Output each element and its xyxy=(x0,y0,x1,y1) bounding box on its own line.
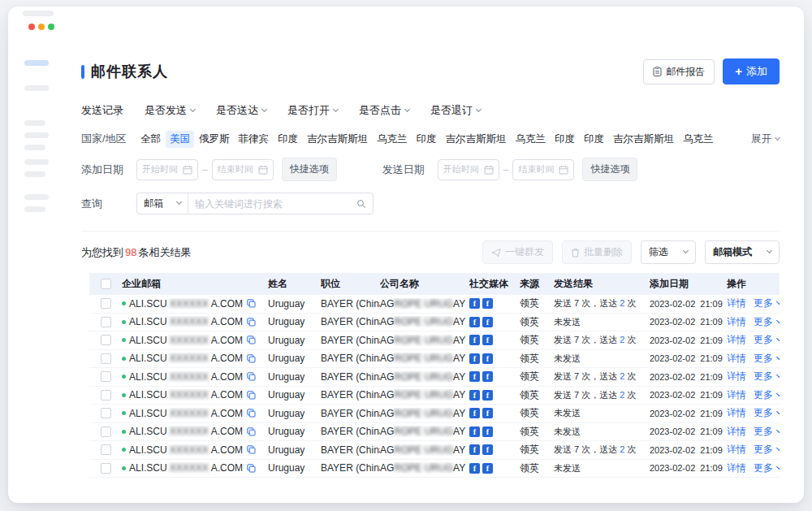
facebook-icon[interactable] xyxy=(482,371,493,382)
copy-icon[interactable] xyxy=(247,336,256,344)
detail-link[interactable]: 详情 xyxy=(727,333,746,347)
facebook-icon[interactable] xyxy=(482,427,493,437)
filter-dropdown[interactable]: 是否退订 xyxy=(430,103,481,118)
country-option[interactable]: 乌克兰 xyxy=(373,131,412,148)
traffic-light-zoom-icon[interactable] xyxy=(48,24,54,30)
filter-dropdown[interactable]: 是否发送 xyxy=(145,103,195,118)
country-option[interactable]: 美国 xyxy=(166,131,194,148)
select-all-checkbox[interactable] xyxy=(101,279,111,289)
filter-dropdown[interactable]: 是否点击 xyxy=(359,103,409,118)
search-field-select[interactable]: 邮箱 xyxy=(137,193,188,214)
more-link[interactable]: 更多 xyxy=(754,443,780,457)
send-date-quick-options-button[interactable]: 快捷选项 xyxy=(582,158,637,181)
facebook-icon[interactable] xyxy=(482,298,493,309)
filter-dropdown[interactable]: 是否送达 xyxy=(216,103,266,118)
add-date-start-input[interactable]: 开始时间 xyxy=(136,159,198,180)
expand-toggle[interactable]: 展开 xyxy=(751,132,780,146)
add-date-quick-options-button[interactable]: 快捷选项 xyxy=(282,158,337,181)
bulk-delete-button[interactable]: 批量删除 xyxy=(562,240,632,264)
country-option[interactable]: 印度 xyxy=(551,131,579,148)
copy-icon[interactable] xyxy=(247,318,256,327)
sidebar-skeleton-item[interactable] xyxy=(24,159,49,165)
row-checkbox[interactable] xyxy=(101,298,111,309)
more-link[interactable]: 更多 xyxy=(754,406,780,420)
row-checkbox[interactable] xyxy=(101,408,111,418)
detail-link[interactable]: 详情 xyxy=(727,461,746,475)
sidebar-skeleton-item[interactable] xyxy=(24,145,45,150)
traffic-light-close-icon[interactable] xyxy=(28,24,35,30)
copy-icon[interactable] xyxy=(247,354,256,363)
bulk-send-button[interactable]: 一键群发 xyxy=(482,240,553,264)
copy-icon[interactable] xyxy=(247,299,256,308)
sidebar-item-active[interactable] xyxy=(24,60,49,66)
copy-icon[interactable] xyxy=(247,409,256,418)
more-link[interactable]: 更多 xyxy=(754,352,780,366)
add-date-end-input[interactable]: 结束时间 xyxy=(212,159,274,180)
facebook-icon[interactable] xyxy=(482,463,493,474)
facebook-icon[interactable] xyxy=(469,463,480,474)
filter-dropdown[interactable]: 是否打开 xyxy=(287,103,338,118)
row-checkbox[interactable] xyxy=(101,427,111,437)
facebook-icon[interactable] xyxy=(482,408,493,418)
facebook-icon[interactable] xyxy=(469,317,480,327)
filter-select[interactable]: 筛选 xyxy=(641,240,696,264)
copy-icon[interactable] xyxy=(247,445,256,454)
facebook-icon[interactable] xyxy=(469,408,480,418)
facebook-icon[interactable] xyxy=(482,390,493,401)
country-option[interactable]: 乌克兰 xyxy=(679,131,718,148)
detail-link[interactable]: 详情 xyxy=(727,315,746,329)
copy-icon[interactable] xyxy=(247,464,256,473)
more-link[interactable]: 更多 xyxy=(754,333,780,347)
copy-icon[interactable] xyxy=(247,372,256,381)
facebook-icon[interactable] xyxy=(482,317,493,327)
row-checkbox[interactable] xyxy=(101,444,111,455)
send-date-end-input[interactable]: 结束时间 xyxy=(512,159,574,180)
facebook-icon[interactable] xyxy=(482,353,493,364)
detail-link[interactable]: 详情 xyxy=(727,388,746,402)
copy-icon[interactable] xyxy=(247,391,256,400)
row-checkbox[interactable] xyxy=(101,371,111,382)
send-record-label[interactable]: 发送记录 xyxy=(81,103,123,118)
row-checkbox[interactable] xyxy=(101,317,111,327)
row-checkbox[interactable] xyxy=(101,353,111,364)
country-option[interactable]: 印度 xyxy=(274,131,302,148)
more-link[interactable]: 更多 xyxy=(754,297,780,310)
sidebar-skeleton-item[interactable] xyxy=(24,120,45,126)
more-link[interactable]: 更多 xyxy=(754,370,780,383)
sidebar-skeleton-item[interactable] xyxy=(24,132,49,138)
facebook-icon[interactable] xyxy=(469,335,480,345)
country-option[interactable]: 吉尔吉斯斯坦 xyxy=(609,131,678,148)
country-option[interactable]: 印度 xyxy=(412,131,441,148)
sidebar-skeleton-item[interactable] xyxy=(24,85,49,91)
country-option[interactable]: 吉尔吉斯斯坦 xyxy=(303,131,372,148)
facebook-icon[interactable] xyxy=(469,298,480,309)
detail-link[interactable]: 详情 xyxy=(727,443,746,457)
detail-link[interactable]: 详情 xyxy=(727,425,746,439)
row-checkbox[interactable] xyxy=(101,463,111,474)
country-option[interactable]: 乌克兰 xyxy=(512,131,551,148)
mailbox-mode-select[interactable]: 邮箱模式 xyxy=(705,240,780,264)
more-link[interactable]: 更多 xyxy=(754,315,780,329)
facebook-icon[interactable] xyxy=(469,371,480,382)
detail-link[interactable]: 详情 xyxy=(727,297,746,310)
traffic-light-minimize-icon[interactable] xyxy=(38,24,45,30)
sidebar-skeleton-item[interactable] xyxy=(24,171,45,177)
facebook-icon[interactable] xyxy=(469,390,480,401)
country-option[interactable]: 俄罗斯 xyxy=(195,131,234,148)
more-link[interactable]: 更多 xyxy=(754,425,780,439)
mail-report-button[interactable]: 邮件报告 xyxy=(643,59,715,84)
facebook-icon[interactable] xyxy=(469,353,480,364)
country-option[interactable]: 菲律宾 xyxy=(235,131,274,148)
more-link[interactable]: 更多 xyxy=(754,461,780,475)
row-checkbox[interactable] xyxy=(101,335,111,345)
more-link[interactable]: 更多 xyxy=(754,388,780,402)
facebook-icon[interactable] xyxy=(469,444,480,455)
detail-link[interactable]: 详情 xyxy=(727,370,746,383)
facebook-icon[interactable] xyxy=(469,427,480,437)
detail-link[interactable]: 详情 xyxy=(727,406,746,420)
send-date-start-input[interactable]: 开始时间 xyxy=(438,159,499,180)
row-checkbox[interactable] xyxy=(101,390,111,401)
sidebar-skeleton-item[interactable] xyxy=(24,194,49,200)
add-button[interactable]: 添加 xyxy=(723,58,780,84)
copy-icon[interactable] xyxy=(247,427,256,436)
